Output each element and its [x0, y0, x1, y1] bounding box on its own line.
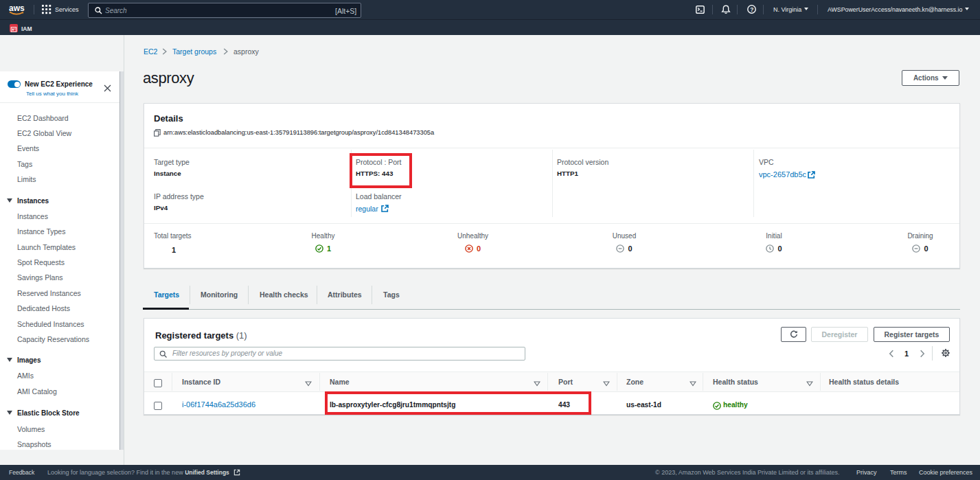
svg-text:?: ?	[750, 6, 753, 13]
svg-text:aws: aws	[9, 3, 25, 13]
